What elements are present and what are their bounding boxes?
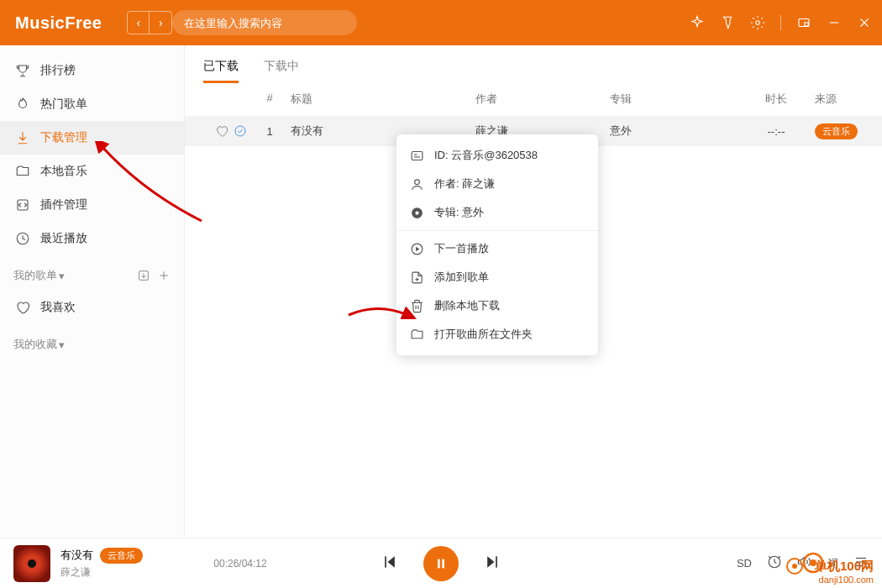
col-album: 专辑 <box>610 92 743 107</box>
source-badge: 云音乐 <box>815 123 858 139</box>
svg-marker-28 <box>487 556 494 567</box>
plus-icon[interactable] <box>157 269 171 282</box>
sidebar-item-ranking[interactable]: 排行榜 <box>0 54 184 87</box>
svg-point-19 <box>415 211 418 214</box>
svg-rect-29 <box>496 556 497 567</box>
sidebar-label: 排行榜 <box>40 63 76 78</box>
ctx-play-next[interactable]: 下一首播放 <box>396 234 598 263</box>
tab-downloaded[interactable]: 已下载 <box>203 59 239 83</box>
nav-back-button[interactable]: ‹ <box>128 12 150 34</box>
ctx-separator <box>396 230 598 231</box>
ctx-info-album: 专辑: 意外 <box>396 198 598 227</box>
cell-duration: --:-- <box>743 125 810 138</box>
sidebar-label: 我喜欢 <box>40 300 76 315</box>
theme-icon[interactable] <box>720 15 735 30</box>
player-title: 有没有 <box>60 548 93 563</box>
sidebar-item-recent[interactable]: 最近播放 <box>0 222 184 255</box>
sidebar-item-local[interactable]: 本地音乐 <box>0 155 184 188</box>
sidebar-section-mycollection[interactable]: 我的收藏▾ <box>0 329 184 360</box>
svg-point-13 <box>235 126 245 136</box>
sidebar-label: 本地音乐 <box>40 164 87 179</box>
player-time: 00:26/04:12 <box>213 558 266 570</box>
svg-rect-14 <box>412 151 423 160</box>
context-menu: ID: 云音乐@3620538 作者: 薛之谦 专辑: 意外 下一首播放 添加到… <box>396 134 598 355</box>
svg-rect-25 <box>385 556 386 567</box>
speed-icon[interactable] <box>767 554 782 572</box>
settings-icon[interactable] <box>750 15 765 30</box>
svg-rect-4 <box>805 23 809 26</box>
svg-marker-24 <box>388 556 395 567</box>
heart-icon[interactable] <box>215 124 228 138</box>
sparkle-icon[interactable] <box>690 15 705 30</box>
sidebar-section-myplaylist[interactable]: 我的歌单▾ <box>0 260 184 291</box>
player-source-badge: 云音乐 <box>100 548 143 564</box>
sidebar-label: 最近播放 <box>40 231 87 246</box>
ctx-info-id: ID: 云音乐@3620538 <box>396 141 598 170</box>
ctx-open-folder[interactable]: 打开歌曲所在文件夹 <box>396 320 598 349</box>
sidebar-label: 下载管理 <box>40 130 87 145</box>
header-divider <box>780 15 781 30</box>
sidebar-item-hot[interactable]: 热门歌单 <box>0 87 184 121</box>
close-icon[interactable] <box>857 15 872 30</box>
next-button[interactable] <box>484 554 501 574</box>
col-artist: 作者 <box>475 92 610 107</box>
svg-rect-27 <box>442 559 444 568</box>
col-index: # <box>257 92 282 107</box>
import-icon[interactable] <box>137 269 150 282</box>
prev-button[interactable] <box>381 554 398 574</box>
col-duration: 时长 <box>743 92 810 107</box>
table-header: # 标题 作者 专辑 时长 来源 <box>185 83 882 116</box>
chevron-down-icon: ▾ <box>59 339 65 351</box>
sidebar-item-download[interactable]: 下载管理 <box>0 121 184 155</box>
ctx-info-artist: 作者: 薛之谦 <box>396 170 598 198</box>
svg-point-38 <box>792 564 797 569</box>
app-logo: MusicFree <box>15 13 102 33</box>
quality-button[interactable]: SD <box>737 557 752 570</box>
minimize-icon[interactable] <box>827 15 842 30</box>
mini-window-icon[interactable] <box>796 15 811 30</box>
col-title: 标题 <box>282 92 475 107</box>
chevron-down-icon: ▾ <box>59 270 65 282</box>
sidebar: 排行榜 热门歌单 下载管理 本地音乐 插件管理 最近播放 我的歌单▾ 我喜欢 我… <box>0 45 185 538</box>
search-box[interactable] <box>172 10 357 35</box>
svg-rect-26 <box>438 559 440 568</box>
sidebar-item-plugins[interactable]: 插件管理 <box>0 188 184 222</box>
svg-point-17 <box>415 179 420 184</box>
watermark-logo <box>785 551 823 576</box>
svg-marker-21 <box>416 246 419 251</box>
lyric-button[interactable]: 词 <box>827 556 838 571</box>
player-artist: 薛之谦 <box>60 565 178 580</box>
sidebar-item-favorites[interactable]: 我喜欢 <box>0 291 184 324</box>
svg-point-40 <box>810 559 816 566</box>
nav-history: ‹ › <box>127 11 172 34</box>
nav-forward-button[interactable]: › <box>150 12 171 34</box>
sidebar-label: 热门歌单 <box>40 97 87 112</box>
cell-index: 1 <box>257 125 282 138</box>
search-input[interactable] <box>184 17 345 29</box>
ctx-delete-download[interactable]: 删除本地下载 <box>396 291 598 320</box>
player-bar: 有没有云音乐 薛之谦 00:26/04:12 SD 词 <box>0 538 882 588</box>
play-pause-button[interactable] <box>423 546 459 581</box>
check-circle-icon <box>234 124 247 138</box>
sidebar-label: 插件管理 <box>40 197 87 213</box>
ctx-add-playlist[interactable]: 添加到歌单 <box>396 263 598 291</box>
tab-downloading[interactable]: 下载中 <box>264 59 299 83</box>
cell-album: 意外 <box>610 123 743 139</box>
col-source: 来源 <box>810 92 882 107</box>
playlist-icon[interactable] <box>853 554 869 572</box>
svg-point-2 <box>756 21 760 25</box>
player-cover[interactable] <box>13 545 50 582</box>
